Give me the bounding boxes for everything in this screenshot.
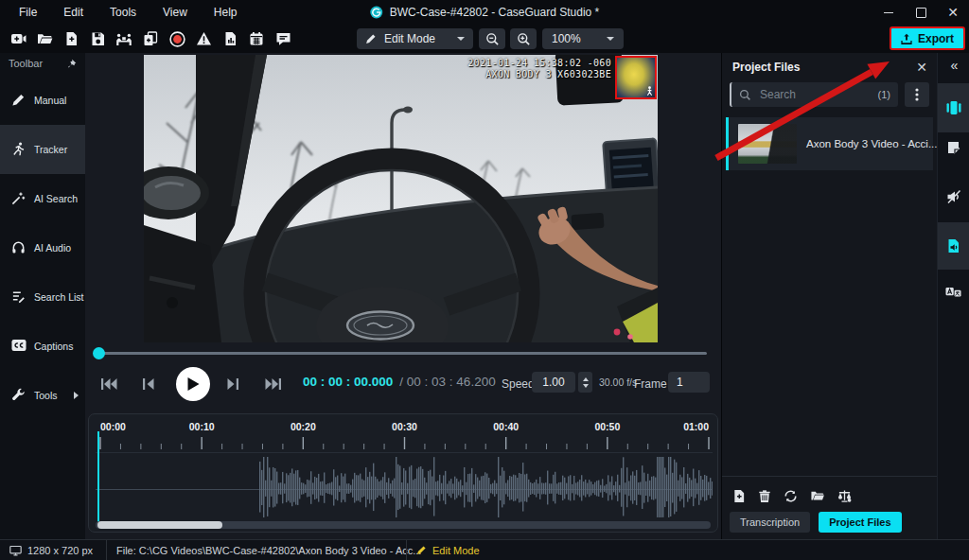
- timeline-playhead[interactable]: [97, 431, 99, 522]
- collapse-panel-icon[interactable]: «: [938, 56, 969, 75]
- pin-icon[interactable]: [66, 59, 77, 69]
- panel-tabs: Transcription Project Files: [730, 512, 902, 533]
- menu-tools[interactable]: Tools: [97, 0, 150, 25]
- svg-text:00:10: 00:10: [189, 421, 215, 432]
- sidebar-item-captions[interactable]: Captions: [0, 322, 85, 371]
- skip-end-button[interactable]: [265, 377, 282, 391]
- resolution-section: 1280 x 720 px: [0, 540, 106, 560]
- add-video-button[interactable]: [5, 27, 31, 50]
- next-frame-button[interactable]: [227, 377, 239, 391]
- skip-start-button[interactable]: [100, 377, 117, 391]
- tab-project-files[interactable]: Project Files: [819, 512, 901, 533]
- report-button[interactable]: [217, 27, 243, 50]
- save-button[interactable]: [84, 27, 111, 50]
- stepper-down-icon: [583, 384, 589, 388]
- edit-mode-label: Edit Mode: [432, 545, 480, 556]
- warning-button[interactable]: [190, 27, 217, 50]
- minimize-button[interactable]: [872, 0, 905, 25]
- stepper-up-icon: [583, 377, 589, 381]
- svg-text:00:30: 00:30: [392, 421, 417, 432]
- add-file-button[interactable]: [732, 489, 746, 503]
- wrench-icon: [11, 388, 26, 403]
- mode-dropdown[interactable]: Edit Mode: [357, 28, 473, 49]
- video-canvas: 2021-01-24 15:38:02 -060 AXON BODY 3 X60…: [144, 55, 658, 342]
- panel-menu-button[interactable]: [905, 82, 929, 107]
- comment-button[interactable]: [270, 27, 296, 50]
- project-files-title: Project Files: [732, 61, 800, 74]
- record-button[interactable]: [164, 27, 190, 50]
- file-thumbnail: [738, 124, 797, 164]
- speed-input[interactable]: 1.00: [532, 372, 575, 393]
- handoff-button[interactable]: [111, 27, 137, 50]
- media-file-strip-button[interactable]: [938, 222, 969, 270]
- sidebar-item-label: Tools: [34, 390, 58, 401]
- tracked-person-icon: [645, 86, 654, 96]
- sidebar-item-tools[interactable]: Tools: [0, 371, 85, 420]
- pencil-icon: [11, 93, 26, 108]
- sidebar-item-manual[interactable]: Manual: [0, 76, 85, 125]
- menu-file[interactable]: File: [6, 0, 50, 25]
- tab-transcription[interactable]: Transcription: [730, 512, 810, 533]
- video-seek-track[interactable]: [97, 352, 707, 355]
- sidebar-item-ai-audio[interactable]: AI Audio: [0, 223, 85, 272]
- play-button[interactable]: [176, 367, 210, 401]
- caseguard-studio-window: File Edit Tools View Help BWC-Case-#4280…: [0, 0, 969, 560]
- project-files-strip-button[interactable]: [938, 83, 969, 132]
- right-tool-strip: «: [937, 53, 969, 539]
- translate-strip-button[interactable]: [938, 271, 969, 313]
- audio-redaction-strip-button[interactable]: [938, 176, 969, 218]
- sidebar-item-ai-search[interactable]: AI Search: [0, 174, 85, 223]
- timeline-scrollbar-track[interactable]: [96, 521, 711, 529]
- delete-file-button[interactable]: [758, 489, 771, 503]
- timeline-scrollbar-thumb[interactable]: [97, 521, 222, 529]
- maximize-button[interactable]: [905, 0, 937, 25]
- compare-scale-button[interactable]: [837, 489, 852, 503]
- previous-frame-button[interactable]: [142, 377, 154, 391]
- open-folder-button[interactable]: [31, 27, 58, 50]
- captions-icon: [11, 339, 26, 354]
- speed-stepper[interactable]: [578, 372, 592, 393]
- search-input[interactable]: [758, 87, 872, 102]
- window-controls: ✕: [872, 0, 969, 25]
- search-result-count: (1): [878, 89, 890, 100]
- chevron-down-icon: [457, 37, 465, 41]
- notes-strip-button[interactable]: [938, 127, 969, 168]
- active-file-indicator: [726, 117, 729, 170]
- menu-help[interactable]: Help: [201, 0, 251, 25]
- export-button[interactable]: Export: [890, 26, 965, 50]
- menu-edit[interactable]: Edit: [50, 0, 97, 25]
- refresh-files-button[interactable]: [784, 489, 798, 503]
- sidebar-header-label: Toolbar: [9, 58, 43, 69]
- chevron-right-icon: [74, 392, 79, 399]
- zoom-out-button[interactable]: [479, 28, 505, 49]
- overlay-datetime: 2021-01-24 15:38:02 -060: [467, 58, 611, 69]
- project-files-search[interactable]: (1): [730, 82, 898, 107]
- zoom-level-value: 100%: [552, 32, 581, 45]
- menu-view[interactable]: View: [150, 0, 201, 25]
- pencil-icon: [365, 33, 377, 44]
- zoom-in-button[interactable]: [510, 28, 537, 49]
- close-button[interactable]: ✕: [937, 0, 969, 25]
- timeline-ruler[interactable]: 00:0000:1000:2000:3000:4000:5001:00: [89, 417, 717, 451]
- sidebar-item-tracker[interactable]: Tracker: [0, 125, 85, 174]
- calendar-button[interactable]: [243, 27, 270, 50]
- duplicate-button[interactable]: [137, 27, 164, 50]
- search-icon: [739, 89, 751, 101]
- audio-waveform[interactable]: [96, 452, 713, 523]
- svg-text:00:50: 00:50: [594, 421, 620, 432]
- video-seek-thumb[interactable]: [93, 347, 105, 359]
- open-folder-button[interactable]: [810, 489, 825, 503]
- frame-input[interactable]: 1: [668, 372, 710, 393]
- panel-close-icon[interactable]: ✕: [916, 61, 927, 74]
- transport-controls: 00 : 00 : 00.000/ 00 : 03 : 46.200 Speed…: [85, 365, 721, 405]
- sidebar-item-search-list[interactable]: Search List: [0, 272, 85, 322]
- zoom-level-dropdown[interactable]: 100%: [542, 28, 624, 49]
- status-bar: 1280 x 720 px File: C:\CG Videos\BWC-Cas…: [0, 539, 969, 560]
- menu-bar: File Edit Tools View Help: [6, 0, 251, 25]
- svg-text:01:00: 01:00: [683, 421, 709, 432]
- add-file-button[interactable]: [58, 27, 84, 50]
- total-time: / 00 : 03 : 46.200: [399, 375, 495, 389]
- project-file-item[interactable]: Axon Body 3 Video - Acci...: [726, 117, 933, 170]
- sidebar-item-label: AI Audio: [34, 242, 71, 254]
- toolbar-sidebar: Toolbar ManualTrackerAI SearchAI AudioSe…: [0, 53, 85, 539]
